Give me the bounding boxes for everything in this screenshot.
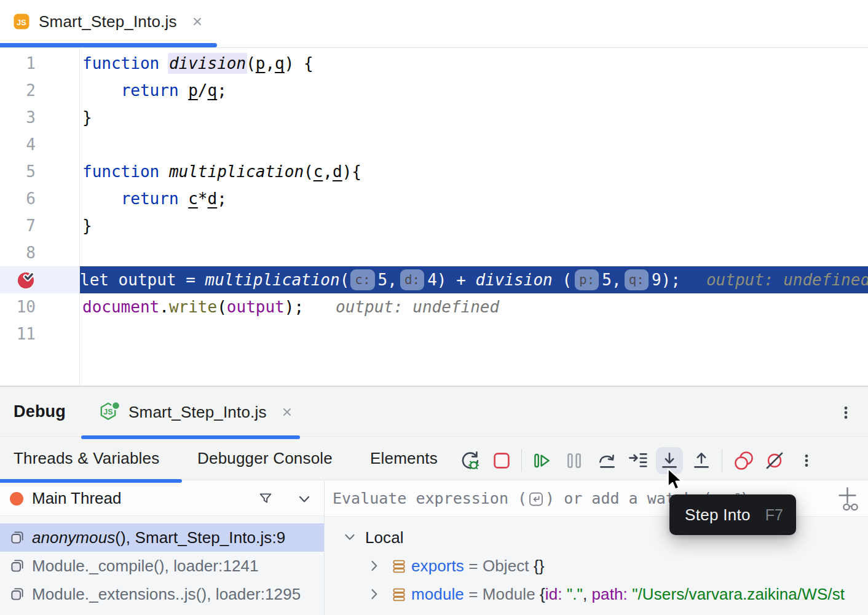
stack-frame-row[interactable]: anonymous(), Smart_Step_Into.js:9 <box>0 523 324 552</box>
code-line-7[interactable]: } <box>82 212 92 239</box>
active-tab-indicator <box>0 43 217 47</box>
code-line-10[interactable]: document.write(output);output: undefined <box>82 293 499 320</box>
code-line-5[interactable]: function multiplication(c,d){ <box>82 158 361 185</box>
thread-name: Main Thread <box>32 481 122 515</box>
variable-value: = Object {} <box>464 557 545 575</box>
mute-breakpoints-button[interactable] <box>761 447 788 474</box>
force-step-into-button[interactable] <box>625 447 652 474</box>
code-line-2[interactable]: return p/q; <box>82 77 227 104</box>
view-breakpoints-button[interactable] <box>730 447 757 474</box>
current-line-gutter-highlight <box>0 266 79 293</box>
line-number[interactable]: 3 <box>0 104 36 131</box>
stack-frame-label: anonymous(), Smart_Step_Into.js:9 <box>32 523 285 552</box>
toolbar-separator <box>521 449 522 472</box>
debug-session-tab[interactable]: JS Smart_Step_Into.js <box>98 387 293 437</box>
variable-name: exports <box>411 557 464 575</box>
execution-point-line[interactable]: let output = multiplication(c:5,d:4) + d… <box>80 266 868 293</box>
chevron-right-icon[interactable] <box>368 587 381 601</box>
close-session-icon[interactable] <box>282 407 293 418</box>
variable-value-icon <box>392 559 406 574</box>
parameter-hint-chip: d: <box>400 269 424 290</box>
line-number[interactable]: 6 <box>0 185 36 212</box>
pause-icon <box>564 450 585 471</box>
stack-frame-label: Module._extensions..js(), loader:1295 <box>32 580 301 608</box>
stack-frame-row[interactable]: Module._compile(), loader:1241 <box>0 552 324 580</box>
resume-button[interactable] <box>529 447 556 474</box>
resume-icon <box>532 450 553 471</box>
debug-toolwindow-title: Debug <box>14 387 66 437</box>
svg-text:JS: JS <box>17 18 26 27</box>
stop-button[interactable] <box>488 447 515 474</box>
chevron-down-icon[interactable] <box>343 531 357 544</box>
stack-frame-icon <box>10 558 25 573</box>
parameter-hint-chip: c: <box>350 269 374 290</box>
mute-breakpoints-icon <box>764 450 785 471</box>
breakpoint-verified-icon[interactable] <box>17 271 36 290</box>
step-out-icon <box>691 450 712 471</box>
debug-toolwindow-header: Debug JS Smart_Step_Into.js <box>0 387 868 437</box>
tree-node-exports[interactable]: exports = Object {} <box>325 552 868 580</box>
tree-node-module[interactable]: module = Module {id: ".", path: "/Users/… <box>325 580 868 608</box>
force-step-into-icon <box>628 450 649 471</box>
chevron-right-icon[interactable] <box>368 559 381 573</box>
rerun-debug-icon <box>460 450 481 471</box>
line-number[interactable]: 2 <box>0 77 36 104</box>
editor-tab-title: Smart_Step_Into.js <box>39 12 177 31</box>
filter-icon[interactable] <box>258 491 273 506</box>
evaluate-placeholder: Evaluate expression ( <box>333 490 527 507</box>
view-breakpoints-icon <box>733 450 754 471</box>
more-options-icon <box>799 453 815 469</box>
tooltip-label: Step Into <box>685 506 751 525</box>
line-number[interactable]: 10 <box>0 293 36 320</box>
chevron-down-icon[interactable] <box>298 495 311 504</box>
toolbar-separator <box>722 449 722 472</box>
stop-icon <box>491 450 512 471</box>
line-number[interactable]: 4 <box>0 131 36 158</box>
editor-tab-smart-step-into[interactable]: JS Smart_Step_Into.js <box>0 0 203 43</box>
line-number[interactable]: 8 <box>0 239 36 266</box>
variable-value-icon <box>392 587 406 602</box>
line-number[interactable]: 1 <box>0 50 36 77</box>
active-view-tab-indicator <box>0 479 182 483</box>
stack-frame-label: Module._compile(), loader:1241 <box>32 552 259 580</box>
line-number[interactable]: 5 <box>0 158 36 185</box>
frames-pane: Main Thread anonymous(), Smart_Step_Into… <box>0 481 324 615</box>
parameter-hint-chip: p: <box>575 269 599 290</box>
step-over-button[interactable] <box>594 447 621 474</box>
thread-suspended-dot <box>9 491 24 506</box>
line-number[interactable]: 7 <box>0 212 36 239</box>
tab-threads-and-variables[interactable]: Threads & Variables <box>14 438 159 480</box>
rerun-debug-button[interactable] <box>457 447 484 474</box>
more-options-icon[interactable] <box>838 405 854 421</box>
tooltip-shortcut: F7 <box>765 506 783 524</box>
line-number[interactable]: 11 <box>0 320 36 347</box>
thread-selector[interactable]: Main Thread <box>0 481 324 516</box>
code-line-1[interactable]: function division(p,q) { <box>82 50 314 77</box>
pause-button[interactable] <box>561 447 588 474</box>
code-editor[interactable]: 123456781011 function division(p,q) { re… <box>0 48 868 386</box>
code-line-3[interactable]: } <box>82 104 92 131</box>
tab-elements[interactable]: Elements <box>370 438 438 480</box>
editor-tab-bar: JS Smart_Step_Into.js <box>0 0 868 48</box>
stack-frame-row[interactable]: Module._extensions..js(), loader:1295 <box>0 580 324 608</box>
step-out-button[interactable] <box>688 447 715 474</box>
stack-frame-icon <box>10 587 25 601</box>
variable-value: = Module {id: ".", path: "/Users/varvara… <box>464 585 845 603</box>
mouse-cursor <box>666 467 684 491</box>
js-file-icon: JS <box>14 14 30 30</box>
step-over-icon <box>597 450 618 471</box>
scope-label: Local <box>365 523 404 552</box>
parameter-hint-chip: q: <box>625 269 649 290</box>
tab-debugger-console[interactable]: Debugger Console <box>197 438 333 480</box>
nodejs-icon: JS <box>98 400 122 424</box>
ide-window: JS Smart_Step_Into.js 123456781011 funct… <box>0 0 868 615</box>
gutter-separator <box>79 48 80 386</box>
close-tab-icon[interactable] <box>192 16 203 27</box>
tooltip-step-into: Step Into F7 <box>669 494 796 535</box>
add-watch-icon[interactable] <box>837 486 859 512</box>
active-session-indicator <box>81 435 300 439</box>
code-line-6[interactable]: return c*d; <box>82 185 227 212</box>
toolbar-more-button[interactable] <box>793 447 820 474</box>
svg-text:JS: JS <box>103 408 112 416</box>
debug-session-tab-title: Smart_Step_Into.js <box>128 403 267 422</box>
